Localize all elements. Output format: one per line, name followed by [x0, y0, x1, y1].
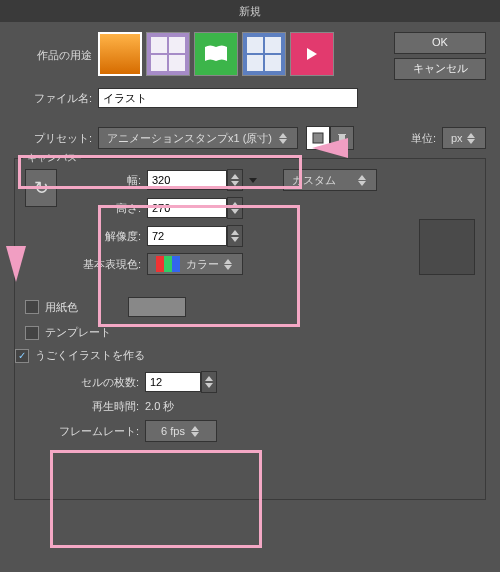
size-preset-dropdown[interactable]: カスタム — [283, 169, 377, 191]
purpose-comic-tile[interactable] — [146, 32, 190, 76]
framerate-label: フレームレート: — [55, 424, 145, 439]
purpose-anim-tile[interactable] — [290, 32, 334, 76]
preset-dropdown[interactable]: アニメーションスタンプx1 (原寸) — [98, 127, 298, 149]
annotation-arrow-canvas — [6, 246, 26, 282]
annotation-arrow-preset — [312, 138, 348, 158]
framerate-value: 6 fps — [161, 425, 185, 437]
preset-label: プリセット: — [14, 131, 98, 146]
unit-label: 単位: — [411, 131, 442, 146]
purpose-illust-tile[interactable] — [98, 32, 142, 76]
colormode-dropdown[interactable]: カラー — [147, 253, 243, 275]
canvas-preview — [419, 219, 475, 275]
colormode-value: カラー — [186, 257, 219, 272]
resolution-label: 解像度: — [67, 229, 147, 244]
width-input[interactable] — [147, 170, 227, 190]
height-label: 高さ: — [67, 201, 147, 216]
rotate-button[interactable]: ↻ — [25, 169, 57, 207]
cancel-button[interactable]: キャンセル — [394, 58, 486, 80]
cells-input[interactable] — [145, 372, 201, 392]
animate-checkbox[interactable]: ✓ — [15, 349, 29, 363]
purpose-layout-tile[interactable] — [242, 32, 286, 76]
cells-spinner[interactable] — [201, 371, 217, 393]
template-label: テンプレート — [45, 325, 111, 340]
filename-label: ファイル名: — [14, 91, 98, 106]
purpose-label: 作品の用途 — [14, 32, 98, 63]
dialog-title: 新規 — [0, 0, 500, 22]
purpose-book-tile[interactable] — [194, 32, 238, 76]
unit-dropdown[interactable]: px — [442, 127, 486, 149]
size-preset-value: カスタム — [292, 173, 336, 188]
resolution-spinner[interactable] — [227, 225, 243, 247]
colormode-label: 基本表現色: — [67, 257, 147, 272]
framerate-dropdown[interactable]: 6 fps — [145, 420, 217, 442]
ok-button[interactable]: OK — [394, 32, 486, 54]
height-input[interactable] — [147, 198, 227, 218]
animate-label: うごくイラストを作る — [35, 348, 145, 363]
playtime-label: 再生時間: — [55, 399, 145, 414]
width-label: 幅: — [67, 173, 147, 188]
width-menu-icon[interactable] — [249, 178, 257, 183]
playtime-value: 2.0 秒 — [145, 399, 174, 414]
filename-input[interactable] — [98, 88, 358, 108]
papercolor-swatch[interactable] — [128, 297, 186, 317]
resolution-input[interactable] — [147, 226, 227, 246]
height-spinner[interactable] — [227, 197, 243, 219]
template-checkbox[interactable] — [25, 326, 39, 340]
width-spinner[interactable] — [227, 169, 243, 191]
papercolor-checkbox[interactable] — [25, 300, 39, 314]
papercolor-label: 用紙色 — [45, 300, 78, 315]
preset-value: アニメーションスタンプx1 (原寸) — [107, 131, 272, 146]
cells-label: セルの枚数: — [55, 375, 145, 390]
unit-value: px — [451, 132, 463, 144]
canvas-legend: キャンバス — [23, 151, 81, 165]
